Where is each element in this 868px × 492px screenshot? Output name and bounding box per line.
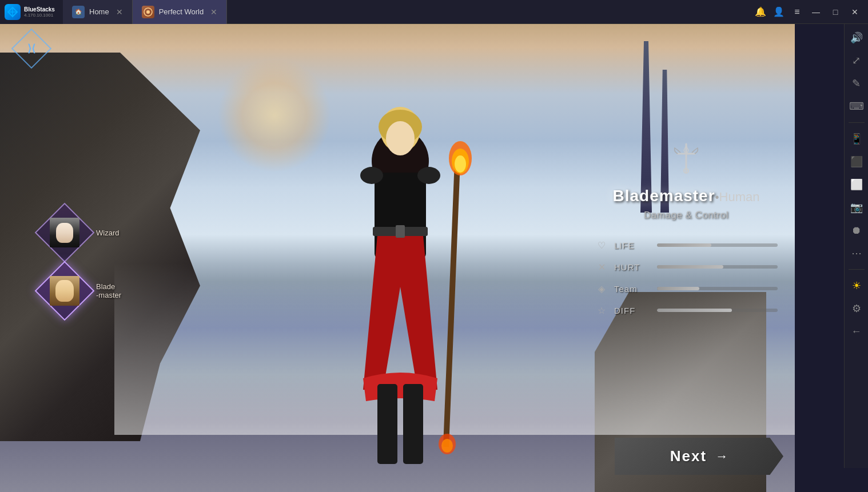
tab-home-label: Home (89, 7, 109, 16)
sidebar-video-icon[interactable]: ⬛ (847, 153, 866, 171)
svg-point-4 (146, 10, 150, 14)
class-icon-large (666, 138, 706, 178)
svg-point-8 (386, 121, 415, 155)
tab-pw-close[interactable]: ✕ (210, 7, 217, 17)
life-icon: ♡ (595, 238, 608, 252)
sidebar-more-icon[interactable]: ⋯ (847, 244, 866, 262)
sidebar-camera-icon[interactable]: 📷 (847, 198, 866, 217)
sidebar-brightness-icon[interactable]: ☀ (847, 277, 866, 295)
stats-container: ♡ LIFE ✕ HURT (595, 238, 778, 317)
minimize-button[interactable]: — (807, 4, 825, 20)
class-selection: Wizard Blade-master (39, 207, 121, 317)
title-bar: BlueStacks 4.170.10.1001 🏠 Home ✕ Perf (0, 0, 868, 24)
right-sidebar: ⛶ 🔊 ⤢ ✎ ⌨ 📱 ⬛ ⬜ 📷 ⏺ ⋯ ☀ ⚙ ← (844, 0, 868, 468)
class-name-dot: • (715, 191, 719, 203)
sidebar-divider-1 (849, 122, 865, 123)
close-button[interactable]: ✕ (846, 4, 863, 20)
hurt-icon: ✕ (595, 260, 608, 274)
class-type: Damage & Control (595, 210, 778, 221)
sidebar-copy-icon[interactable]: ⬜ (847, 175, 866, 194)
tab-home[interactable]: 🏠 Home ✕ (63, 0, 133, 24)
blademaster-avatar (50, 276, 79, 306)
svg-point-18 (360, 167, 383, 184)
life-bar-container (657, 243, 778, 247)
sidebar-record-icon[interactable]: ⏺ (847, 221, 866, 239)
wizard-diamond (39, 207, 90, 258)
sidebar-keyboard-icon[interactable]: ⌨ (847, 97, 866, 115)
bluestacks-version: 4.170.10.1001 (24, 13, 55, 18)
watermark-diamond: ⟩⟨ (11, 29, 52, 69)
next-button[interactable]: Next → (615, 438, 783, 475)
character-figure (280, 47, 520, 481)
diff-icon: ☆ (595, 303, 608, 317)
blademaster-face (55, 280, 74, 302)
svg-point-19 (417, 167, 440, 184)
class-name-main: Blademaster (612, 187, 715, 205)
tab-pw-label: Perfect World (159, 7, 204, 16)
diff-label: DIFF (614, 306, 651, 315)
wizard-label: Wizard (96, 229, 119, 237)
character-center (200, 35, 600, 492)
maximize-button[interactable]: □ (827, 4, 844, 20)
next-arrow: → (715, 449, 728, 464)
bluestacks-name: BlueStacks (24, 6, 55, 13)
wizard-avatar (50, 218, 79, 247)
sidebar-sound-icon[interactable]: 🔊 (847, 29, 866, 47)
svg-line-12 (446, 161, 457, 447)
class-name-race: Human (719, 190, 760, 204)
next-label: Next (670, 447, 707, 465)
svg-point-15 (455, 155, 466, 173)
class-name-display: Blademaster•Human (595, 187, 778, 205)
wizard-face (56, 223, 73, 243)
notification-icon[interactable]: 🔔 (752, 4, 769, 20)
life-label: LIFE (614, 241, 651, 250)
stat-team: ◈ Team (595, 282, 778, 295)
svg-point-17 (441, 439, 453, 453)
blademaster-class-icon (669, 141, 703, 175)
hurt-bar-container (657, 265, 778, 269)
app-wrapper: BlueStacks 4.170.10.1001 🏠 Home ✕ Perf (0, 0, 868, 492)
watermark-inner: ⟩⟨ (27, 42, 35, 55)
sidebar-divider-2 (849, 269, 865, 270)
tab-home-close[interactable]: ✕ (116, 7, 123, 17)
svg-rect-11 (403, 384, 423, 464)
bluestacks-logo: BlueStacks 4.170.10.1001 (0, 0, 63, 24)
team-bar-fill (657, 287, 699, 290)
bluestacks-icon (5, 4, 21, 20)
life-bar-fill (657, 243, 711, 247)
sidebar-back-icon[interactable]: ← (847, 322, 866, 341)
blademaster-card[interactable]: Blade-master (39, 265, 121, 317)
blademaster-label: Blade-master (96, 282, 121, 299)
diff-bar-container (657, 309, 778, 312)
watermark: ⟩⟨ (17, 34, 49, 66)
sidebar-settings-icon[interactable]: ⚙ (847, 299, 866, 318)
tab-home-icon: 🏠 (72, 6, 85, 18)
left-panel: BlueStacks 4.170.10.1001 🏠 Home ✕ Perf (0, 0, 868, 492)
diff-bar-fill (657, 309, 732, 312)
title-bar-right: 🔔 👤 ≡ — □ ✕ (752, 4, 868, 20)
sidebar-resize-icon[interactable]: ⤢ (847, 51, 866, 70)
team-bar-container (657, 287, 778, 290)
hurt-bar-fill (657, 265, 723, 269)
team-icon: ◈ (595, 282, 608, 295)
bluestacks-text: BlueStacks 4.170.10.1001 (24, 6, 55, 18)
tab-pw-icon (142, 6, 154, 18)
blademaster-diamond (39, 265, 90, 317)
stat-hurt: ✕ HURT (595, 260, 778, 274)
tab-perfect-world[interactable]: Perfect World ✕ (133, 0, 228, 24)
wizard-card[interactable]: Wizard (39, 207, 121, 258)
game-area: ⟩⟨ Wizard (0, 24, 795, 492)
svg-rect-21 (396, 225, 405, 238)
info-panel: Blademaster•Human Damage & Control ♡ LIF… (595, 138, 778, 325)
sidebar-edit-icon[interactable]: ✎ (847, 74, 866, 93)
hurt-label: HURT (614, 262, 651, 272)
sidebar-phone-icon[interactable]: 📱 (847, 130, 866, 148)
svg-rect-10 (377, 384, 397, 464)
menu-icon[interactable]: ≡ (789, 4, 805, 20)
stat-life: ♡ LIFE (595, 238, 778, 252)
stat-diff: ☆ DIFF (595, 303, 778, 317)
user-icon[interactable]: 👤 (771, 4, 787, 20)
team-label: Team (614, 284, 651, 294)
